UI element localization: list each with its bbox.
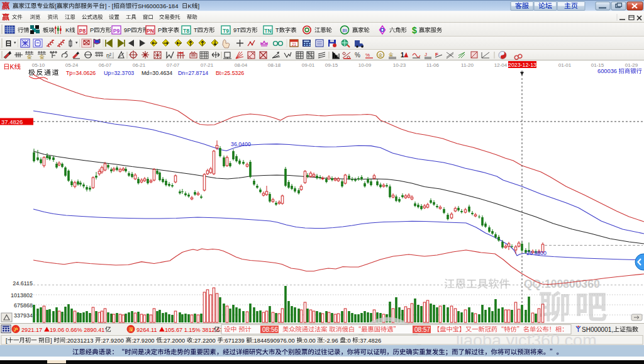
svg-text:Up=32.3703: Up=32.3703 [104, 70, 134, 76]
svg-text::27.2000: :27.2000 [162, 337, 186, 344]
svg-text:01-15: 01-15 [591, 62, 604, 68]
svg-text:1: 1 [401, 52, 404, 59]
svg-text:K: K [65, 27, 70, 33]
svg-text::20231213: :20231213 [65, 337, 93, 344]
svg-text:Dn=27.8714: Dn=27.8714 [178, 70, 208, 76]
svg-text::37.4826: :37.4826 [358, 337, 382, 344]
svg-text:05-10: 05-10 [32, 62, 45, 68]
svg-text:1013802: 1013802 [11, 292, 33, 299]
svg-text:24.6115: 24.6115 [13, 280, 33, 287]
svg-text:337934: 337934 [14, 312, 33, 319]
svg-text:TN: TN [264, 28, 271, 34]
svg-text:$: $ [412, 25, 417, 35]
svg-text:金: 金 [389, 52, 394, 57]
svg-text:89: 89 [342, 28, 347, 33]
svg-text:9T: 9T [233, 27, 240, 33]
svg-text:06-07: 06-07 [99, 62, 112, 68]
svg-text:12-04: 12-04 [494, 62, 508, 68]
svg-text:2023-12-13: 2023-12-13 [508, 62, 536, 68]
svg-text:2921.17: 2921.17 [21, 327, 42, 333]
svg-text:P: P [90, 27, 94, 33]
svg-text:09-01: 09-01 [302, 62, 315, 68]
svg-text:Md=30.4634: Md=30.4634 [142, 70, 172, 76]
svg-text::27.9200: :27.9200 [131, 337, 155, 344]
svg-text:P9: P9 [113, 28, 120, 34]
svg-text:01-01: 01-01 [558, 62, 572, 68]
svg-text:07-07: 07-07 [167, 62, 180, 68]
svg-text::0: :0 [346, 337, 351, 344]
svg-text::0.00: :0.00 [303, 337, 316, 344]
svg-text:600036: 600036 [597, 68, 617, 74]
svg-text:10-23: 10-23 [393, 62, 406, 68]
svg-text:08-18: 08-18 [268, 62, 281, 68]
svg-text:26.9800: 26.9800 [526, 250, 547, 256]
svg-text:21: 21 [292, 42, 297, 47]
svg-text::671239: :671239 [223, 337, 245, 344]
svg-text:37.4826: 37.4826 [1, 118, 23, 125]
svg-text:K: K [10, 63, 14, 71]
svg-text:[: [ [6, 337, 8, 344]
svg-text:675868: 675868 [14, 302, 33, 309]
svg-text::1844590976.00: :1844590976.00 [252, 337, 295, 344]
svg-text:]: ] [197, 3, 199, 9]
svg-text:n²: n² [106, 52, 111, 59]
svg-text:金: 金 [26, 54, 32, 60]
svg-text:06-21: 06-21 [133, 62, 146, 68]
svg-text:T8: T8 [183, 28, 189, 34]
svg-text:金: 金 [379, 53, 383, 57]
svg-text:T: T [275, 27, 279, 33]
svg-text:%: % [355, 52, 360, 59]
svg-text:P8: P8 [79, 28, 86, 34]
svg-text:QQ:100800360: QQ:100800360 [524, 278, 600, 290]
svg-text::27.2200: :27.2200 [192, 337, 216, 344]
svg-text:K: K [187, 3, 192, 9]
svg-text:T9: T9 [223, 28, 229, 34]
svg-text::-2.96: :-2.96 [323, 337, 338, 344]
svg-text:P: P [158, 27, 162, 33]
svg-text:08:56: 08:56 [262, 326, 278, 333]
svg-text:105.67 1.15% 3812.67: 105.67 1.15% 3812.67 [165, 327, 223, 333]
svg-text:11-06: 11-06 [426, 62, 439, 68]
svg-text:] - [: ] - [ [105, 3, 114, 9]
svg-text:Bt=25.5326: Bt=25.5326 [216, 70, 244, 76]
svg-text:金: 金 [39, 54, 45, 60]
svg-text:19.06 0.66% 2890.41: 19.06 0.66% 2890.41 [50, 327, 104, 333]
svg-text:SH600036-184: SH600036-184 [138, 3, 179, 9]
svg-text:09-15: 09-15 [325, 62, 338, 68]
svg-text:Tp=34.0626: Tp=34.0626 [66, 70, 96, 76]
svg-text:[: [ [55, 3, 57, 9]
svg-text:%: % [365, 52, 370, 58]
svg-text:T: T [194, 27, 197, 33]
svg-text:10-09: 10-09 [358, 62, 372, 68]
svg-text:11-20: 11-20 [461, 62, 474, 68]
svg-text:9264.11: 9264.11 [136, 327, 157, 333]
svg-text:08:57: 08:57 [414, 326, 430, 333]
svg-text:]: ] [50, 337, 52, 344]
svg-text:07-21: 07-21 [201, 62, 214, 68]
svg-text:J: J [425, 52, 427, 57]
svg-text::27.9200: :27.9200 [101, 337, 124, 344]
svg-text:PN: PN [147, 28, 154, 34]
svg-text:36.0400: 36.0400 [231, 141, 251, 147]
svg-text:08-04: 08-04 [235, 62, 248, 68]
svg-text:01-29: 01-29 [625, 62, 638, 68]
svg-text:9P: 9P [124, 27, 131, 33]
svg-text:05-24: 05-24 [65, 62, 79, 68]
